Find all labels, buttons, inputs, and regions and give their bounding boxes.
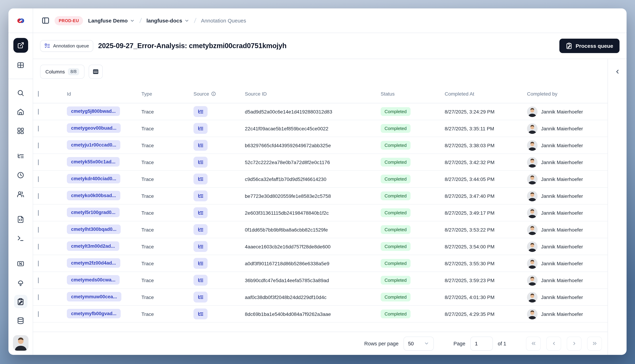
sidebar-item-tables[interactable] — [14, 58, 27, 72]
user-avatar[interactable] — [13, 335, 28, 351]
item-type: Trace — [136, 311, 188, 317]
breadcrumb-current-section[interactable]: Annotation Queues — [201, 18, 246, 24]
source-trace-link[interactable] — [193, 190, 207, 201]
org-switcher[interactable]: Langfuse Demo — [88, 18, 135, 24]
table-row[interactable]: cmetymeds00cwa... Trace 36b90cdfc47e5da1… — [33, 272, 607, 289]
table-row[interactable]: cmetym2fz00d4ad... Trace a0df3f901167218… — [33, 255, 607, 272]
table-row[interactable]: cmetyg5j800bwad... Trace d5ad9d52a00c6e1… — [33, 103, 607, 120]
page-number-input[interactable] — [470, 336, 493, 350]
source-trace-link[interactable] — [193, 157, 207, 168]
last-page-button[interactable] — [587, 336, 602, 350]
table-row[interactable]: cmetyl5r100grad0... Trace 2e603f31361115… — [33, 204, 607, 221]
chevron-right-icon — [571, 340, 577, 346]
table-row[interactable]: cmetylht300bqad0... Trace 0f1dd65b7bb9bf… — [33, 221, 607, 238]
table-row[interactable]: cmetymmuw00cea... Trace aaf0c38db0f3f204… — [33, 289, 607, 306]
item-id-link[interactable]: cmetylht300bqad0... — [67, 224, 121, 234]
sidebar-item-dashboards[interactable] — [14, 124, 27, 138]
table-row[interactable]: cmetyk55x00c1ad... Trace 52c72c2222ea78e… — [33, 154, 607, 171]
source-trace-link[interactable] — [193, 308, 207, 320]
row-checkbox[interactable] — [38, 294, 39, 300]
sidebar-item-annotation-queues[interactable] — [14, 295, 27, 308]
source-trace-link[interactable] — [193, 258, 207, 269]
item-id-link[interactable]: cmetyk55x00c1ad... — [67, 157, 120, 166]
item-id-link[interactable]: cmetyko0k00bsad... — [67, 190, 120, 200]
columns-button[interactable]: Columns 8/8 — [40, 65, 84, 79]
item-id-link[interactable]: cmetyl5r100grad0... — [67, 208, 120, 217]
row-height-button[interactable] — [88, 65, 103, 79]
item-id-link[interactable]: cmetymeds00cwa... — [67, 275, 120, 284]
sidebar-item-search[interactable] — [14, 86, 27, 100]
row-checkbox[interactable] — [38, 126, 39, 131]
item-id-link[interactable]: cmetyju1r00ccad0... — [67, 140, 120, 150]
external-link-button[interactable] — [13, 38, 28, 53]
previous-page-button[interactable] — [546, 336, 561, 350]
item-id-link[interactable]: cmetymmuw00cea... — [67, 292, 121, 301]
select-all-checkbox[interactable] — [38, 91, 39, 96]
process-queue-button[interactable]: Process queue — [560, 39, 619, 53]
row-checkbox[interactable] — [38, 278, 39, 283]
source-trace-link[interactable] — [193, 140, 207, 151]
table-row[interactable]: cmetykdr400ciad0... Trace c9d56ca32efaff… — [33, 171, 607, 188]
project-switcher[interactable]: langfuse-docs — [146, 18, 189, 24]
source-trace-link[interactable] — [193, 174, 207, 184]
table-row[interactable]: cmetyju1r00ccad0... Trace b63297665cfd44… — [33, 137, 607, 154]
source-trace-link[interactable] — [193, 275, 207, 286]
sidebar-item-users[interactable] — [14, 187, 27, 200]
completed-by-name: Jannik Maierhoefer — [541, 294, 583, 300]
item-id-link[interactable]: cmetym2fz00d4ad... — [67, 258, 120, 268]
chevrons-left-icon — [530, 340, 536, 346]
item-id-link[interactable]: cmetylt3m00d2ad... — [67, 241, 119, 251]
table-row[interactable]: cmetymyfb00gvad... Trace 8dc69b1ba1e540b… — [33, 306, 607, 322]
environment-badge[interactable]: PROD-EU — [55, 16, 83, 25]
next-page-button[interactable] — [567, 336, 581, 350]
source-trace-link[interactable] — [193, 106, 207, 117]
source-trace-link[interactable] — [193, 123, 207, 134]
table-row[interactable]: cmetylt3m00d2ad... Trace 4aaece1603cb2e1… — [33, 238, 607, 255]
source-trace-link[interactable] — [193, 224, 207, 235]
page-header: Annotation queue 2025-09-27_Error-Analys… — [33, 33, 626, 59]
source-trace-link[interactable] — [193, 241, 207, 252]
table-row[interactable]: cmetyko0k00bsad... Trace be7723e30d80205… — [33, 188, 607, 204]
item-id-link[interactable]: cmetykdr400ciad0... — [67, 174, 120, 183]
item-type: Trace — [136, 142, 188, 148]
source-trace-link[interactable] — [193, 292, 207, 302]
sidebar-item-home[interactable] — [14, 105, 27, 118]
sidebar-toggle-button[interactable] — [42, 16, 50, 24]
sidebar-item-sessions[interactable] — [14, 168, 27, 182]
row-checkbox[interactable] — [38, 159, 39, 165]
row-checkbox[interactable] — [38, 109, 39, 114]
row-checkbox[interactable] — [38, 176, 39, 182]
sidebar — [9, 33, 33, 355]
row-checkbox[interactable] — [38, 311, 39, 317]
sidebar-item-prompts[interactable] — [14, 212, 27, 226]
item-id-link[interactable]: cmetygeov00buad... — [67, 123, 121, 133]
item-id-link[interactable]: cmetymyfb00gvad... — [67, 309, 121, 318]
first-page-button[interactable] — [526, 336, 541, 350]
row-checkbox[interactable] — [38, 227, 39, 232]
row-checkbox[interactable] — [38, 244, 39, 249]
sidebar-item-insights[interactable] — [14, 276, 27, 289]
table-row[interactable]: cmetygeov00buad... Trace 22c41f09acae5b1… — [33, 120, 607, 137]
row-checkbox[interactable] — [38, 260, 39, 266]
row-checkbox[interactable] — [38, 142, 39, 148]
rows-per-page-select[interactable]: 50 — [403, 336, 434, 350]
sidebar-divider — [9, 79, 33, 79]
collapse-panel-button[interactable] — [612, 66, 623, 77]
sidebar-item-datasets[interactable] — [14, 314, 27, 327]
completed-at: 8/27/2025, 3:55:30 PM — [440, 260, 522, 266]
sidebar-item-evaluators[interactable] — [14, 257, 27, 270]
chevron-left-icon — [614, 68, 620, 75]
list-tree-icon — [17, 152, 24, 160]
item-id-link[interactable]: cmetyg5j800bwad... — [67, 106, 120, 116]
completed-by-name: Jannik Maierhoefer — [541, 210, 583, 216]
row-checkbox[interactable] — [38, 210, 39, 216]
sidebar-item-playground[interactable] — [14, 232, 27, 245]
column-header-type: Type — [136, 91, 188, 96]
chevron-left-icon — [551, 340, 557, 346]
row-checkbox[interactable] — [38, 193, 39, 199]
completed-by: Jannik Maierhoefer — [522, 241, 607, 252]
source-trace-link[interactable] — [193, 207, 207, 218]
sidebar-item-traces[interactable] — [14, 149, 27, 163]
info-icon[interactable] — [211, 91, 216, 96]
breadcrumb-separator: / — [139, 17, 142, 24]
